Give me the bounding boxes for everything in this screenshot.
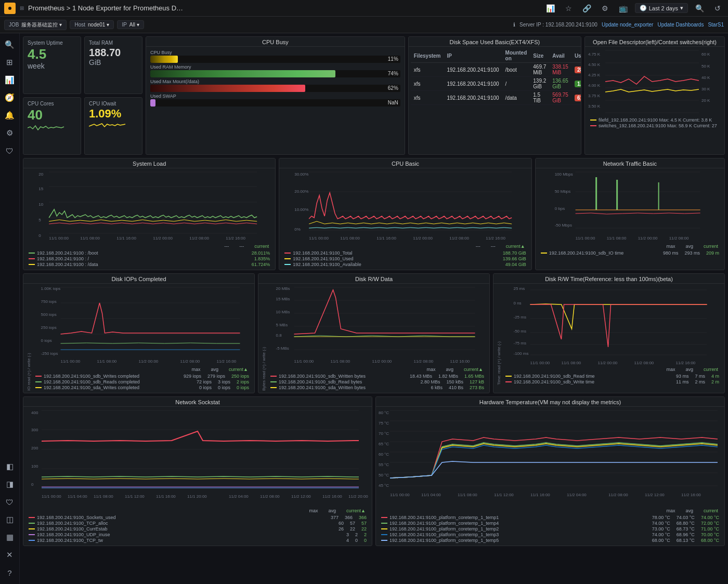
svg-text:11/1 12:00: 11/1 12:00 bbox=[125, 494, 145, 499]
cpu-busy-body: CPU Busy 11% Used RAM Memory 74% Used Ma… bbox=[146, 47, 405, 111]
sidebar-panel1[interactable]: ◧ bbox=[3, 459, 17, 474]
stats-temp5: 68.00 °C 68.13 °C 68.00 °C bbox=[652, 538, 719, 543]
share-btn[interactable]: 🔗 bbox=[579, 3, 594, 14]
stats-temp1: 78.00 °C 74.03 °C 74.00 °C bbox=[652, 515, 719, 520]
svg-text:11/1 00:00: 11/1 00:00 bbox=[575, 236, 595, 241]
rwt-max: max bbox=[666, 367, 675, 372]
net-max: max bbox=[666, 244, 675, 249]
io-max: 980 ms bbox=[663, 250, 679, 256]
svg-text:4.25 K: 4.25 K bbox=[588, 73, 601, 77]
svg-text:-75 ms: -75 ms bbox=[514, 341, 526, 346]
svg-text:65 °C: 65 °C bbox=[379, 442, 389, 446]
cpu-basic-panel: CPU Basic 30.00% 20.00% 10.00% 0% 11/1 0… bbox=[279, 158, 531, 270]
disk-rw-time-panel: Disk R/W Time(Reference: less than 100ms… bbox=[493, 273, 725, 393]
legend-item-used: 192.168.200.241:9100_Used 139.66 GiB bbox=[284, 256, 526, 261]
tv-btn[interactable]: 📺 bbox=[616, 3, 631, 14]
disk-rw-data-panel: Disk R/W Data Bytes read (+) / write (-)… bbox=[258, 273, 490, 393]
svg-text:11/1 08:00: 11/1 08:00 bbox=[341, 236, 360, 241]
label-sdb-written: 192.168.200.241:9100_sdb_Written bytes bbox=[279, 374, 366, 379]
sidebar-search[interactable]: 🔍 bbox=[3, 37, 17, 52]
legend-stats-io: 980 ms 293 ms 209 m bbox=[663, 250, 719, 256]
sidebar-alerts[interactable]: 🔔 bbox=[3, 108, 17, 123]
sockstat-legend-header: max avg current▲ bbox=[25, 508, 370, 514]
refresh-btn[interactable]: ↺ bbox=[711, 3, 724, 14]
legend-label-avail: 192.168.200.241:9100_Available bbox=[293, 262, 361, 267]
legend-dot-sdb-read-time bbox=[505, 376, 512, 377]
svg-text:11/1 16:00: 11/1 16:00 bbox=[530, 493, 550, 497]
bar-label-3: Used SWAP bbox=[150, 94, 400, 99]
svg-text:40 K: 40 K bbox=[701, 75, 710, 80]
sidebar-home[interactable]: ⊞ bbox=[3, 55, 17, 70]
tcp-alloc-current: 57 bbox=[361, 521, 367, 526]
cpu-basic-body: 30.00% 20.00% 10.00% 0% 11/1 00:00 11/1 … bbox=[279, 168, 531, 270]
disk-iops-chart: 1.00K iops 750 iops 500 iops 250 iops 0 … bbox=[32, 285, 252, 365]
svg-text:0 bps: 0 bps bbox=[554, 206, 565, 211]
hw-temp-legend: 192.168.200.241:9100_platform_coretemp_1… bbox=[378, 514, 722, 545]
update-dashboards-link[interactable]: Update Dashboards bbox=[657, 22, 704, 28]
rwt-avg: avg bbox=[685, 367, 693, 372]
ip-filter[interactable]: IP All ▾ bbox=[117, 20, 144, 29]
used-0: 28.01% bbox=[571, 63, 581, 77]
svg-text:11/1 16:00: 11/1 16:00 bbox=[116, 236, 136, 241]
chart-view-btn[interactable]: 📊 bbox=[543, 3, 558, 14]
svg-text:11/1 08:00: 11/1 08:00 bbox=[606, 236, 626, 241]
sdb-reads-current: 2 iops bbox=[237, 379, 249, 384]
search-btn[interactable]: 🔍 bbox=[692, 3, 707, 14]
legend-item-temp5: 192.168.200.241:9100_platform_coretemp_1… bbox=[381, 538, 719, 543]
legend-item-sda-writes: 192.168.200.241:9100_sda_Writes complete… bbox=[35, 385, 249, 390]
sidebar-help[interactable]: ? bbox=[3, 565, 17, 580]
legend-item-sdb-written: 192.168.200.241:9100_sdb_Written bytes 1… bbox=[270, 374, 484, 379]
main-content: System Uptime 4.5 week Total RAM 188.70 … bbox=[20, 33, 728, 584]
stars-link[interactable]: StarS1 bbox=[708, 22, 724, 28]
sidebar-shield2[interactable]: 🛡 bbox=[3, 495, 17, 509]
star-btn[interactable]: ☆ bbox=[562, 3, 575, 14]
svg-text:11/2 12:00: 11/2 12:00 bbox=[645, 493, 665, 497]
svg-text:11/2 08:00: 11/2 08:00 bbox=[634, 361, 654, 365]
bar-track-2: 62% bbox=[150, 85, 400, 92]
cores-value: 40 bbox=[28, 108, 76, 123]
host-filter[interactable]: Host node01 ▾ bbox=[70, 20, 114, 29]
dashboard-toolbar: JOB 服务器基础监控 ▾ Host node01 ▾ IP All ▾ ℹ S… bbox=[0, 17, 728, 33]
temp3-current: 70.00 °C bbox=[701, 532, 719, 537]
legend-stats-used: 139.66 GiB bbox=[503, 256, 526, 261]
legend-dot-avail bbox=[284, 264, 291, 265]
hw-temp-panel: Hardware Temperature(VM may not display … bbox=[375, 396, 725, 546]
disk-rw-time-legend: 192.168.200.241:9100_sdb_Read time 93 ms… bbox=[502, 373, 722, 386]
temp1-current: 74.00 °C bbox=[701, 515, 719, 520]
legend-item-boot: 192.168.200.241:9100 : /boot 28.011% bbox=[29, 250, 270, 256]
svg-text:30 K: 30 K bbox=[701, 87, 710, 91]
used-badge-1: 1.84% bbox=[575, 81, 581, 87]
settings-btn[interactable]: ⚙ bbox=[599, 3, 612, 14]
sidebar-logo-bottom[interactable]: ✕ bbox=[3, 548, 17, 562]
currestab-avg: 22 bbox=[350, 526, 355, 532]
network-sockstat-panel: Network Sockstat 400 300 200 100 0 bbox=[23, 396, 372, 546]
legend-dot-temp5 bbox=[381, 540, 387, 541]
sidebar-panel4[interactable]: ▦ bbox=[3, 530, 17, 545]
col-ip: IP bbox=[444, 49, 502, 63]
disk-iops-chart-area: 1.00K iops 750 iops 500 iops 250 iops 0 … bbox=[32, 285, 252, 392]
cpu-basic-legend: 192.168.200.241:9100_Total 188.70 GiB 19… bbox=[281, 249, 529, 269]
job-value: 服务器基础监控 bbox=[21, 21, 58, 29]
svg-text:-25 ms: -25 ms bbox=[514, 315, 526, 320]
time-range-picker[interactable]: 🕐 Last 2 days ▾ bbox=[635, 3, 688, 13]
ram-label: Total RAM bbox=[89, 40, 138, 46]
sidebar-config[interactable]: ⚙ bbox=[3, 126, 17, 140]
label-tcp-tw: 192.168.200.241:9100_TCP_tw bbox=[37, 538, 103, 543]
svg-text:60 K: 60 K bbox=[701, 52, 710, 57]
sidebar-shield[interactable]: 🛡 bbox=[3, 143, 17, 158]
sidebar-dashboards[interactable]: 📊 bbox=[3, 73, 17, 87]
network-body: 100 Mbps 50 Mbps 0 bps -50 Mbps 11/1 00:… bbox=[536, 168, 724, 258]
page-breadcrumb: Prometheus > 1 Node Exporter for Prometh… bbox=[28, 4, 184, 12]
job-filter[interactable]: JOB 服务器基础监控 ▾ bbox=[4, 20, 67, 30]
sdb-written-current: 1.65 MBs bbox=[464, 374, 484, 379]
legend-dot-io bbox=[541, 253, 547, 254]
legend-stats-avail: 49.04 GiB bbox=[505, 262, 526, 267]
sidebar-panel3[interactable]: ◫ bbox=[3, 512, 17, 527]
svg-text:80 °C: 80 °C bbox=[379, 410, 389, 415]
sidebar-explore[interactable]: 🧭 bbox=[3, 90, 17, 105]
update-node-link[interactable]: Update node_exporter bbox=[602, 22, 654, 28]
sidebar-panel2[interactable]: ◨ bbox=[3, 477, 17, 492]
stats-sda-writes: 0 iops 0 iops 0 iops bbox=[199, 385, 249, 390]
bar-pct-1: 74% bbox=[388, 70, 398, 77]
cpu-max: --- bbox=[476, 244, 480, 249]
